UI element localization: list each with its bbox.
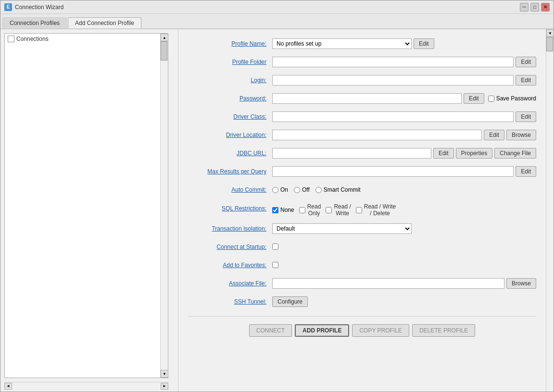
tab-add-connection-profile[interactable]: Add Connection Profile xyxy=(68,17,141,28)
minimize-button[interactable]: ─ xyxy=(520,3,529,12)
profile-name-row: Profile Name: No profiles set up Edit xyxy=(188,37,536,50)
left-panel: Connections ▲ ▼ ◄ ► xyxy=(0,29,178,392)
driver-class-edit-btn[interactable]: Edit xyxy=(516,111,536,122)
scroll-thumb[interactable] xyxy=(161,41,167,61)
scroll-up-btn[interactable]: ▲ xyxy=(161,34,168,41)
associate-file-browse-btn[interactable]: Browse xyxy=(506,278,536,289)
sql-read-write-checkbox[interactable] xyxy=(326,207,332,213)
driver-class-input[interactable] xyxy=(272,111,514,122)
password-label[interactable]: Password: xyxy=(188,95,272,102)
window: E Connection Wizard ─ □ ✕ Connection Pro… xyxy=(0,0,554,392)
tab-bar: Connection Profiles Add Connection Profi… xyxy=(0,14,554,29)
sql-restrictions-row: SQL Restrictions: None ReadOnly Read /Wr… xyxy=(188,201,536,217)
driver-location-input[interactable] xyxy=(272,130,482,140)
sql-read-only-checkbox[interactable] xyxy=(299,207,305,213)
login-input[interactable] xyxy=(272,75,514,86)
profile-name-edit-btn[interactable]: Edit xyxy=(414,38,434,49)
driver-class-label[interactable]: Driver Class: xyxy=(188,113,272,120)
copy-profile-button[interactable]: COPY PROFILE xyxy=(352,324,409,337)
driver-location-label[interactable]: Driver Location: xyxy=(188,132,272,138)
horiz-scrollbar[interactable]: ◄ ► xyxy=(4,382,168,390)
ssh-tunnel-label[interactable]: SSH Tunnel: xyxy=(188,298,272,305)
sql-none-item: None xyxy=(272,207,294,213)
close-button[interactable]: ✕ xyxy=(541,3,550,12)
transaction-isolation-select[interactable]: Default xyxy=(272,223,412,234)
add-to-favorites-label[interactable]: Add to Favorites: xyxy=(188,262,272,269)
scroll-down-btn[interactable]: ▼ xyxy=(161,370,168,378)
jdbc-url-input[interactable] xyxy=(272,148,431,159)
tab-connection-profiles[interactable]: Connection Profiles xyxy=(2,17,67,28)
profile-name-control: No profiles set up Edit xyxy=(272,38,536,49)
add-to-favorites-row: Add to Favorites: xyxy=(188,258,536,272)
auto-commit-label[interactable]: Auto Commit: xyxy=(188,186,272,193)
add-profile-button[interactable]: ADD PROFILE xyxy=(295,324,349,337)
horiz-track xyxy=(12,383,161,390)
connect-at-startup-checkbox[interactable] xyxy=(272,244,278,250)
scroll-right-btn[interactable]: ► xyxy=(161,383,168,390)
connect-at-startup-label[interactable]: Connect at Startup: xyxy=(188,244,272,250)
auto-commit-smart-item: Smart Commit xyxy=(315,186,361,193)
auto-commit-on-radio[interactable] xyxy=(272,187,278,193)
profile-folder-row: Profile Folder Edit xyxy=(188,55,536,69)
profile-folder-label[interactable]: Profile Folder xyxy=(188,59,272,65)
max-results-input[interactable] xyxy=(272,166,514,177)
connect-at-startup-row: Connect at Startup: xyxy=(188,240,536,254)
title-bar: E Connection Wizard ─ □ ✕ xyxy=(0,0,554,14)
list-scrollbar[interactable]: ▲ ▼ xyxy=(160,34,168,378)
ssh-tunnel-row: SSH Tunnel: Configure xyxy=(188,295,536,308)
connections-list[interactable]: Connections ▲ ▼ xyxy=(4,33,168,378)
sql-none-label: None xyxy=(280,207,294,213)
sql-read-only-label: ReadOnly xyxy=(307,203,321,217)
auto-commit-off-radio[interactable] xyxy=(294,187,300,193)
password-input[interactable] xyxy=(272,93,462,104)
window-title: Connection Wizard xyxy=(15,4,63,11)
jdbc-url-properties-btn[interactable]: Properties xyxy=(456,148,493,159)
max-results-edit-btn[interactable]: Edit xyxy=(516,166,536,177)
driver-class-row: Driver Class: Edit xyxy=(188,110,536,123)
transaction-isolation-control: Default xyxy=(272,223,536,234)
sql-read-write-delete-item: Read / Write/ Delete xyxy=(356,203,396,217)
driver-location-control: Edit Browse xyxy=(272,130,536,140)
transaction-isolation-label[interactable]: Transaction Isolation: xyxy=(188,225,272,232)
add-to-favorites-checkbox[interactable] xyxy=(272,262,278,268)
associate-file-label[interactable]: Associate File: xyxy=(188,280,272,287)
jdbc-url-label[interactable]: JDBC URL: xyxy=(188,150,272,157)
profile-folder-input[interactable] xyxy=(272,57,514,67)
profile-name-select[interactable]: No profiles set up xyxy=(272,38,412,49)
delete-profile-button[interactable]: DELETE PROFILE xyxy=(412,324,475,337)
password-edit-btn[interactable]: Edit xyxy=(464,93,484,104)
associate-file-input[interactable] xyxy=(272,278,504,289)
jdbc-url-row: JDBC URL: Edit Properties Change File xyxy=(188,147,536,160)
right-panel: Profile Name: No profiles set up Edit Pr… xyxy=(178,29,546,392)
driver-location-browse-btn[interactable]: Browse xyxy=(506,130,536,140)
login-label[interactable]: Login: xyxy=(188,77,272,84)
right-scrollbar[interactable]: ▲ ▼ xyxy=(546,29,554,392)
sql-restrictions-label[interactable]: SQL Restrictions: xyxy=(188,203,272,212)
scroll-left-btn[interactable]: ◄ xyxy=(4,383,12,390)
max-results-control: Edit xyxy=(272,166,536,177)
main-content: Connections ▲ ▼ ◄ ► Profile Name: xyxy=(0,29,554,392)
sql-none-checkbox[interactable] xyxy=(272,207,278,213)
login-edit-btn[interactable]: Edit xyxy=(516,75,536,86)
driver-location-edit-btn[interactable]: Edit xyxy=(484,130,504,140)
jdbc-url-edit-btn[interactable]: Edit xyxy=(433,148,454,159)
save-password-checkbox[interactable] xyxy=(488,96,494,102)
jdbc-url-change-file-btn[interactable]: Change File xyxy=(494,148,536,159)
ssh-tunnel-configure-btn[interactable]: Configure xyxy=(272,296,308,307)
maximize-button[interactable]: □ xyxy=(530,3,539,12)
associate-file-row: Associate File: Browse xyxy=(188,277,536,290)
sql-read-write-delete-checkbox[interactable] xyxy=(356,207,362,213)
profile-folder-edit-btn[interactable]: Edit xyxy=(516,57,536,67)
auto-commit-smart-radio[interactable] xyxy=(315,187,322,193)
max-results-label[interactable]: Max Results per Query xyxy=(188,168,272,175)
profile-name-label[interactable]: Profile Name: xyxy=(188,40,272,47)
app-icon: E xyxy=(4,3,12,11)
auto-commit-on-item: On xyxy=(272,186,288,193)
login-control: Edit xyxy=(272,75,536,86)
driver-class-control: Edit xyxy=(272,111,536,122)
sql-read-only-item: ReadOnly xyxy=(299,203,321,217)
right-scroll-thumb[interactable] xyxy=(546,37,553,51)
driver-location-row: Driver Location: Edit Browse xyxy=(188,128,536,142)
right-scroll-down-btn[interactable]: ▼ xyxy=(546,29,554,37)
connect-button[interactable]: CONNECT xyxy=(249,324,292,337)
